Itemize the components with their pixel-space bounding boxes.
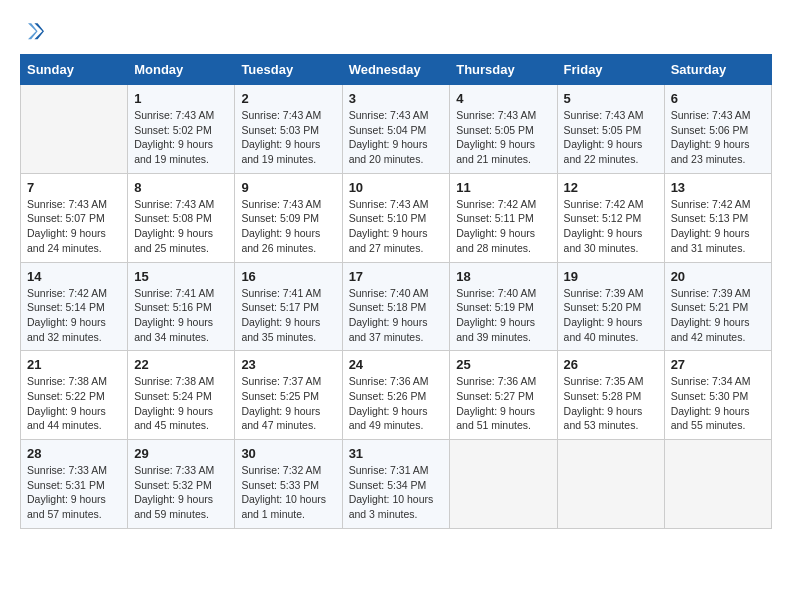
- day-info: Sunrise: 7:42 AM Sunset: 5:11 PM Dayligh…: [456, 197, 550, 256]
- day-number: 10: [349, 180, 444, 195]
- day-info: Sunrise: 7:43 AM Sunset: 5:04 PM Dayligh…: [349, 108, 444, 167]
- day-info: Sunrise: 7:43 AM Sunset: 5:08 PM Dayligh…: [134, 197, 228, 256]
- calendar-cell: 22Sunrise: 7:38 AM Sunset: 5:24 PM Dayli…: [128, 351, 235, 440]
- day-number: 24: [349, 357, 444, 372]
- calendar-cell: [557, 440, 664, 529]
- day-info: Sunrise: 7:42 AM Sunset: 5:14 PM Dayligh…: [27, 286, 121, 345]
- day-info: Sunrise: 7:42 AM Sunset: 5:13 PM Dayligh…: [671, 197, 765, 256]
- calendar-cell: 18Sunrise: 7:40 AM Sunset: 5:19 PM Dayli…: [450, 262, 557, 351]
- calendar-week-row: 1Sunrise: 7:43 AM Sunset: 5:02 PM Daylig…: [21, 85, 772, 174]
- calendar-cell: 21Sunrise: 7:38 AM Sunset: 5:22 PM Dayli…: [21, 351, 128, 440]
- col-header-sunday: Sunday: [21, 55, 128, 85]
- logo-icon: [20, 20, 44, 44]
- day-number: 19: [564, 269, 658, 284]
- calendar-cell: 14Sunrise: 7:42 AM Sunset: 5:14 PM Dayli…: [21, 262, 128, 351]
- day-info: Sunrise: 7:40 AM Sunset: 5:19 PM Dayligh…: [456, 286, 550, 345]
- calendar-cell: 15Sunrise: 7:41 AM Sunset: 5:16 PM Dayli…: [128, 262, 235, 351]
- calendar-cell: 17Sunrise: 7:40 AM Sunset: 5:18 PM Dayli…: [342, 262, 450, 351]
- day-info: Sunrise: 7:36 AM Sunset: 5:27 PM Dayligh…: [456, 374, 550, 433]
- calendar-cell: 20Sunrise: 7:39 AM Sunset: 5:21 PM Dayli…: [664, 262, 771, 351]
- page-header: [20, 20, 772, 44]
- calendar-cell: [664, 440, 771, 529]
- day-info: Sunrise: 7:38 AM Sunset: 5:24 PM Dayligh…: [134, 374, 228, 433]
- day-number: 8: [134, 180, 228, 195]
- calendar-cell: 7Sunrise: 7:43 AM Sunset: 5:07 PM Daylig…: [21, 173, 128, 262]
- day-info: Sunrise: 7:40 AM Sunset: 5:18 PM Dayligh…: [349, 286, 444, 345]
- day-info: Sunrise: 7:43 AM Sunset: 5:06 PM Dayligh…: [671, 108, 765, 167]
- day-info: Sunrise: 7:31 AM Sunset: 5:34 PM Dayligh…: [349, 463, 444, 522]
- calendar-cell: 27Sunrise: 7:34 AM Sunset: 5:30 PM Dayli…: [664, 351, 771, 440]
- day-number: 23: [241, 357, 335, 372]
- day-number: 9: [241, 180, 335, 195]
- day-number: 26: [564, 357, 658, 372]
- svg-marker-1: [28, 23, 38, 39]
- day-info: Sunrise: 7:43 AM Sunset: 5:05 PM Dayligh…: [456, 108, 550, 167]
- day-number: 7: [27, 180, 121, 195]
- calendar-week-row: 21Sunrise: 7:38 AM Sunset: 5:22 PM Dayli…: [21, 351, 772, 440]
- calendar-cell: [450, 440, 557, 529]
- day-number: 31: [349, 446, 444, 461]
- day-info: Sunrise: 7:36 AM Sunset: 5:26 PM Dayligh…: [349, 374, 444, 433]
- day-info: Sunrise: 7:43 AM Sunset: 5:03 PM Dayligh…: [241, 108, 335, 167]
- col-header-saturday: Saturday: [664, 55, 771, 85]
- day-info: Sunrise: 7:41 AM Sunset: 5:16 PM Dayligh…: [134, 286, 228, 345]
- day-number: 29: [134, 446, 228, 461]
- day-info: Sunrise: 7:34 AM Sunset: 5:30 PM Dayligh…: [671, 374, 765, 433]
- day-number: 13: [671, 180, 765, 195]
- calendar-header-row: SundayMondayTuesdayWednesdayThursdayFrid…: [21, 55, 772, 85]
- day-number: 21: [27, 357, 121, 372]
- day-number: 22: [134, 357, 228, 372]
- calendar-week-row: 14Sunrise: 7:42 AM Sunset: 5:14 PM Dayli…: [21, 262, 772, 351]
- day-info: Sunrise: 7:42 AM Sunset: 5:12 PM Dayligh…: [564, 197, 658, 256]
- calendar-cell: 13Sunrise: 7:42 AM Sunset: 5:13 PM Dayli…: [664, 173, 771, 262]
- day-info: Sunrise: 7:37 AM Sunset: 5:25 PM Dayligh…: [241, 374, 335, 433]
- day-number: 25: [456, 357, 550, 372]
- logo: [20, 20, 48, 44]
- calendar-cell: 16Sunrise: 7:41 AM Sunset: 5:17 PM Dayli…: [235, 262, 342, 351]
- calendar-cell: 2Sunrise: 7:43 AM Sunset: 5:03 PM Daylig…: [235, 85, 342, 174]
- day-number: 5: [564, 91, 658, 106]
- calendar-cell: 24Sunrise: 7:36 AM Sunset: 5:26 PM Dayli…: [342, 351, 450, 440]
- calendar-week-row: 7Sunrise: 7:43 AM Sunset: 5:07 PM Daylig…: [21, 173, 772, 262]
- col-header-friday: Friday: [557, 55, 664, 85]
- calendar-cell: 3Sunrise: 7:43 AM Sunset: 5:04 PM Daylig…: [342, 85, 450, 174]
- calendar-cell: 12Sunrise: 7:42 AM Sunset: 5:12 PM Dayli…: [557, 173, 664, 262]
- calendar-cell: 6Sunrise: 7:43 AM Sunset: 5:06 PM Daylig…: [664, 85, 771, 174]
- day-info: Sunrise: 7:38 AM Sunset: 5:22 PM Dayligh…: [27, 374, 121, 433]
- calendar-cell: 5Sunrise: 7:43 AM Sunset: 5:05 PM Daylig…: [557, 85, 664, 174]
- col-header-wednesday: Wednesday: [342, 55, 450, 85]
- day-number: 16: [241, 269, 335, 284]
- svg-marker-0: [34, 23, 44, 39]
- calendar-cell: 1Sunrise: 7:43 AM Sunset: 5:02 PM Daylig…: [128, 85, 235, 174]
- day-number: 3: [349, 91, 444, 106]
- day-info: Sunrise: 7:33 AM Sunset: 5:32 PM Dayligh…: [134, 463, 228, 522]
- day-info: Sunrise: 7:43 AM Sunset: 5:07 PM Dayligh…: [27, 197, 121, 256]
- calendar-cell: 31Sunrise: 7:31 AM Sunset: 5:34 PM Dayli…: [342, 440, 450, 529]
- day-number: 14: [27, 269, 121, 284]
- col-header-thursday: Thursday: [450, 55, 557, 85]
- day-number: 2: [241, 91, 335, 106]
- day-info: Sunrise: 7:39 AM Sunset: 5:21 PM Dayligh…: [671, 286, 765, 345]
- calendar-cell: 19Sunrise: 7:39 AM Sunset: 5:20 PM Dayli…: [557, 262, 664, 351]
- day-number: 17: [349, 269, 444, 284]
- day-number: 27: [671, 357, 765, 372]
- day-info: Sunrise: 7:43 AM Sunset: 5:10 PM Dayligh…: [349, 197, 444, 256]
- day-number: 6: [671, 91, 765, 106]
- calendar-cell: 28Sunrise: 7:33 AM Sunset: 5:31 PM Dayli…: [21, 440, 128, 529]
- calendar-cell: 23Sunrise: 7:37 AM Sunset: 5:25 PM Dayli…: [235, 351, 342, 440]
- calendar-cell: 30Sunrise: 7:32 AM Sunset: 5:33 PM Dayli…: [235, 440, 342, 529]
- calendar-week-row: 28Sunrise: 7:33 AM Sunset: 5:31 PM Dayli…: [21, 440, 772, 529]
- col-header-monday: Monday: [128, 55, 235, 85]
- day-number: 15: [134, 269, 228, 284]
- calendar-cell: 25Sunrise: 7:36 AM Sunset: 5:27 PM Dayli…: [450, 351, 557, 440]
- day-info: Sunrise: 7:43 AM Sunset: 5:09 PM Dayligh…: [241, 197, 335, 256]
- day-number: 20: [671, 269, 765, 284]
- col-header-tuesday: Tuesday: [235, 55, 342, 85]
- calendar-cell: 29Sunrise: 7:33 AM Sunset: 5:32 PM Dayli…: [128, 440, 235, 529]
- day-info: Sunrise: 7:39 AM Sunset: 5:20 PM Dayligh…: [564, 286, 658, 345]
- day-info: Sunrise: 7:43 AM Sunset: 5:02 PM Dayligh…: [134, 108, 228, 167]
- day-info: Sunrise: 7:43 AM Sunset: 5:05 PM Dayligh…: [564, 108, 658, 167]
- day-number: 12: [564, 180, 658, 195]
- calendar-cell: 4Sunrise: 7:43 AM Sunset: 5:05 PM Daylig…: [450, 85, 557, 174]
- calendar-cell: 11Sunrise: 7:42 AM Sunset: 5:11 PM Dayli…: [450, 173, 557, 262]
